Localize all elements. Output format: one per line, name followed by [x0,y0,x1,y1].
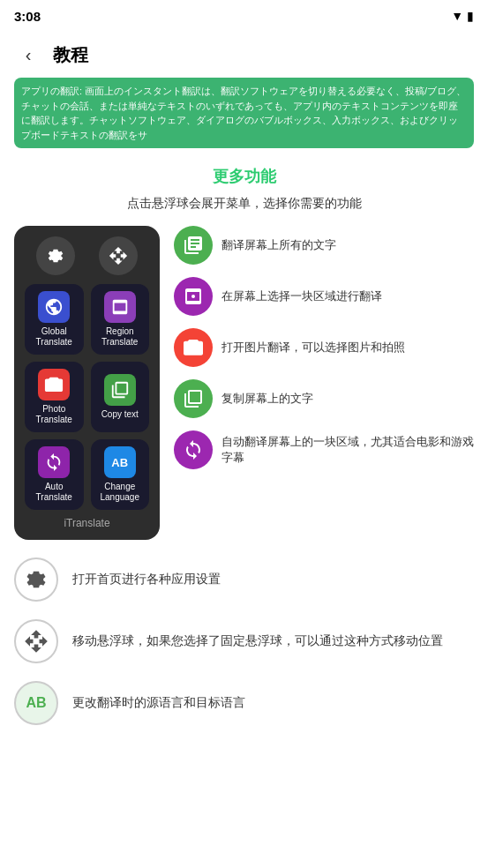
feature-icon-translate-all [174,226,213,265]
back-arrow-icon: ‹ [26,45,32,65]
menu-top-row [25,236,149,275]
change-lang-text: 更改翻译时的源语言和目标语言 [72,694,245,712]
move-icon-btn[interactable] [99,236,138,275]
menu-grid: GlobalTranslate RegionTranslate PhotoTra… [25,284,149,510]
menu-item-changelang[interactable]: AB ChangeLanguage [91,439,150,510]
change-language-icon: AB [104,446,136,478]
auto-translate-icon [38,446,70,478]
move-bubble-text: 移动悬浮球，如果您选择了固定悬浮球，可以通过这种方式移动位置 [72,632,443,650]
feature-text-translate-all: 翻译屏幕上所有的文字 [221,237,336,253]
menu-widget: GlobalTranslate RegionTranslate PhotoTra… [14,226,160,540]
header: ‹ 教程 [0,32,488,78]
section-subtitle: 点击悬浮球会展开菜单，选择你需要的功能 [0,196,488,212]
photo-translate-label: PhotoTranslate [36,404,72,425]
bottom-item-move-bubble: 移动悬浮球，如果您选择了固定悬浮球，可以通过这种方式移动位置 [14,619,474,663]
status-icons: ▼ ▮ [451,9,474,23]
banner-area: アプリの翻訳: 画面上のインスタント翻訳は、翻訳ソフトウェアを切り替える必要なく… [14,78,474,148]
change-lang-icon: AB [14,681,58,725]
change-language-label: ChangeLanguage [101,482,140,503]
menu-brand-label: iTranslate [25,517,149,529]
settings-bottom-text: 打开首页进行各种应用设置 [72,571,221,588]
region-translate-icon [104,291,136,323]
copy-text-label: Copy text [101,409,139,420]
global-translate-label: GlobalTranslate [36,326,72,348]
feature-icon-select-region [174,277,213,316]
feature-icon-photo-translate [174,328,213,367]
content-area: GlobalTranslate RegionTranslate PhotoTra… [0,226,488,540]
move-icon [109,246,128,266]
feature-item-translate-all: 翻译屏幕上所有的文字 [174,226,474,265]
global-translate-icon [38,291,70,323]
battery-icon: ▮ [467,9,474,23]
feature-list: 翻译屏幕上所有的文字 在屏幕上选择一块区域进行翻译 打开图片翻译，可以选择图片和… [174,226,474,540]
menu-item-photo[interactable]: PhotoTranslate [25,362,84,432]
move-bubble-icon [14,619,58,663]
page-title: 教程 [53,43,88,67]
auto-translate-label: AutoTranslate [36,482,72,503]
back-button[interactable]: ‹ [14,41,42,69]
feature-icon-copy-text [174,379,213,418]
menu-item-auto[interactable]: AutoTranslate [25,439,84,510]
menu-item-global[interactable]: GlobalTranslate [25,284,84,355]
feature-text-select-region: 在屏幕上选择一块区域进行翻译 [221,288,382,304]
feature-text-copy-text: 复制屏幕上的文字 [221,391,313,407]
status-bar: 3:08 ▼ ▮ [0,0,488,32]
menu-item-copytext[interactable]: Copy text [91,362,150,432]
wifi-icon: ▼ [451,9,463,23]
change-lang-ab-icon: AB [26,695,46,711]
banner-text: アプリの翻訳: 画面上のインスタント翻訳は、翻訳ソフトウェアを切り替える必要なく… [14,78,474,148]
copy-text-icon [104,374,136,406]
bottom-item-settings: 打开首页进行各种应用设置 [14,557,474,602]
bottom-item-change-lang: AB 更改翻译时的源语言和目标语言 [14,681,474,725]
feature-text-photo-translate: 打开图片翻译，可以选择图片和拍照 [221,340,405,355]
feature-text-auto-translate: 自动翻译屏幕上的一块区域，尤其适合电影和游戏字幕 [221,434,474,466]
feature-item-copy-text: 复制屏幕上的文字 [174,379,474,418]
feature-item-photo-translate: 打开图片翻译，可以选择图片和拍照 [174,328,474,367]
feature-icon-auto-translate [174,430,213,469]
settings-icon-btn[interactable] [36,236,75,275]
section-title: 更多功能 [0,148,488,196]
status-time: 3:08 [14,9,41,24]
gear-icon [46,246,65,266]
feature-item-select-region: 在屏幕上选择一块区域进行翻译 [174,277,474,316]
menu-item-region[interactable]: RegionTranslate [91,284,150,355]
photo-translate-icon [38,369,70,400]
svg-point-0 [191,295,195,298]
settings-bottom-icon [14,557,58,602]
feature-item-auto-translate: 自动翻译屏幕上的一块区域，尤其适合电影和游戏字幕 [174,430,474,469]
bottom-items: 打开首页进行各种应用设置 移动悬浮球，如果您选择了固定悬浮球，可以通过这种方式移… [0,540,488,725]
region-translate-label: RegionTranslate [101,326,138,348]
